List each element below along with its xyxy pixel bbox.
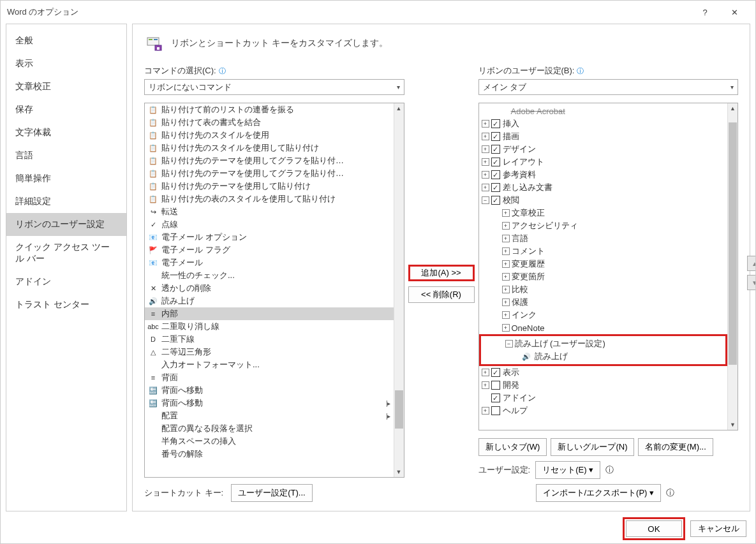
- tree-item[interactable]: +OneNote: [479, 321, 728, 334]
- checkbox[interactable]: ✓: [491, 393, 500, 402]
- scroll-down-button[interactable]: ▼: [394, 467, 404, 477]
- command-item[interactable]: 📧電子メール オプション: [145, 231, 394, 244]
- expand-toggle[interactable]: +: [482, 145, 489, 153]
- scroll-up-button[interactable]: ▲: [728, 103, 737, 114]
- expand-toggle[interactable]: +: [482, 381, 489, 389]
- tree-item[interactable]: −✓校閲: [479, 194, 728, 207]
- tree-item[interactable]: +アクセシビリティ: [479, 219, 728, 232]
- reset-button[interactable]: リセット(E) ▾: [535, 461, 600, 479]
- checkbox[interactable]: ✓: [491, 183, 500, 192]
- command-item[interactable]: 📋貼り付け先のスタイルを使用して貼り付け: [145, 142, 394, 154]
- command-item[interactable]: ≡内部: [145, 307, 394, 320]
- command-item[interactable]: 🔙背面へ移動: [145, 384, 394, 397]
- scroll-thumb[interactable]: [729, 122, 737, 365]
- scroll-up-button[interactable]: ▲: [394, 103, 404, 114]
- info-icon[interactable]: ⓘ: [577, 66, 584, 76]
- sidebar-item[interactable]: クイック アクセス ツール バー: [6, 236, 126, 270]
- tree-item[interactable]: +✓デザイン: [479, 143, 728, 156]
- checkbox[interactable]: [491, 406, 500, 415]
- sidebar-item[interactable]: 表示: [6, 52, 126, 75]
- add-button[interactable]: 追加(A) >>: [408, 265, 475, 281]
- customize-shortcuts-button[interactable]: ユーザー設定(T)...: [231, 484, 312, 502]
- tree-item[interactable]: +✓参考資料: [479, 168, 728, 181]
- tree-item[interactable]: +比較: [479, 283, 728, 296]
- command-item[interactable]: 📋貼り付け先の表のスタイルを使用して貼り付け: [145, 193, 394, 205]
- expand-toggle[interactable]: +: [502, 286, 510, 293]
- command-item[interactable]: 統一性のチェック...: [145, 269, 394, 282]
- move-down-button[interactable]: ▼: [747, 275, 756, 290]
- checkbox[interactable]: ✓: [491, 368, 500, 377]
- new-tab-button[interactable]: 新しいタブ(W): [478, 438, 547, 456]
- sidebar-item[interactable]: 詳細設定: [6, 190, 126, 213]
- tree-item[interactable]: +文章校正: [479, 207, 728, 219]
- tree-item[interactable]: +変更箇所: [479, 270, 728, 283]
- command-source-dropdown[interactable]: リボンにないコマンド: [144, 79, 404, 95]
- expand-toggle[interactable]: −: [482, 196, 489, 204]
- sidebar-item[interactable]: 保存: [6, 98, 126, 121]
- command-item[interactable]: 入力オートフォーマット...: [145, 358, 394, 371]
- sidebar-item[interactable]: 全般: [6, 29, 126, 52]
- command-item[interactable]: 番号の解除: [145, 448, 394, 460]
- tree-item[interactable]: +変更履歴: [479, 258, 728, 270]
- expand-toggle[interactable]: +: [482, 171, 489, 179]
- command-item[interactable]: abc二重取り消し線: [145, 320, 394, 333]
- command-item[interactable]: 配置の異なる段落を選択: [145, 422, 394, 435]
- expand-toggle[interactable]: +: [502, 324, 510, 332]
- command-item[interactable]: 📋貼り付けて表の書式を結合: [145, 116, 394, 129]
- rename-button[interactable]: 名前の変更(M)...: [638, 438, 713, 456]
- tree-item[interactable]: ✓アドイン: [479, 392, 728, 404]
- expand-toggle[interactable]: +: [482, 120, 489, 128]
- scroll-thumb[interactable]: [395, 390, 403, 429]
- info-icon[interactable]: ⓘ: [605, 464, 614, 476]
- tree-item[interactable]: +インク: [479, 309, 728, 321]
- command-item[interactable]: 📋貼り付けて前のリストの連番を振る: [145, 103, 394, 116]
- expand-toggle[interactable]: +: [502, 222, 510, 230]
- command-item[interactable]: 🔊読み上げ: [145, 295, 394, 307]
- expand-toggle[interactable]: +: [482, 369, 489, 376]
- commands-listbox[interactable]: 📋貼り付けて前のリストの連番を振る📋貼り付けて表の書式を結合📋貼り付け先のスタイ…: [144, 103, 404, 478]
- expand-toggle[interactable]: +: [502, 209, 510, 217]
- command-item[interactable]: 半角スペースの挿入: [145, 435, 394, 448]
- tree-item[interactable]: +✓描画: [479, 130, 728, 143]
- expand-toggle[interactable]: +: [482, 133, 489, 140]
- import-export-button[interactable]: インポート/エクスポート(P) ▾: [536, 484, 662, 502]
- expand-toggle[interactable]: +: [502, 298, 510, 306]
- close-button[interactable]: ✕: [720, 3, 749, 22]
- checkbox[interactable]: [491, 381, 500, 390]
- checkbox[interactable]: ✓: [491, 196, 500, 205]
- command-item[interactable]: 🚩電子メール フラグ: [145, 244, 394, 256]
- checkbox[interactable]: ✓: [491, 132, 500, 141]
- command-item[interactable]: 📋貼り付け先のテーマを使用してグラフを貼り付…: [145, 167, 394, 180]
- expand-toggle[interactable]: +: [482, 407, 489, 415]
- expand-toggle[interactable]: +: [502, 235, 510, 242]
- cancel-button[interactable]: キャンセル: [690, 520, 746, 537]
- expand-toggle[interactable]: +: [502, 311, 510, 319]
- command-item[interactable]: 📋貼り付け先のスタイルを使用: [145, 129, 394, 142]
- scroll-down-button[interactable]: ▼: [728, 420, 737, 430]
- command-item[interactable]: D二重下線: [145, 333, 394, 346]
- ribbon-tabs-dropdown[interactable]: メイン タブ: [478, 79, 739, 95]
- command-item[interactable]: ≡背面: [145, 371, 394, 384]
- move-up-button[interactable]: ▲: [747, 256, 756, 271]
- sidebar-item[interactable]: リボンのユーザー設定: [6, 213, 126, 236]
- tree-group[interactable]: −読み上げ (ユーザー設定): [482, 337, 725, 350]
- checkbox[interactable]: ✓: [491, 158, 500, 166]
- expand-toggle[interactable]: +: [502, 247, 510, 255]
- new-group-button[interactable]: 新しいグループ(N): [551, 438, 634, 456]
- command-item[interactable]: 📧電子メール: [145, 256, 394, 269]
- tree-item[interactable]: +✓挿入: [479, 117, 728, 130]
- sidebar-item[interactable]: アドイン: [6, 270, 126, 293]
- sidebar-item[interactable]: 文章校正: [6, 75, 126, 98]
- expand-toggle[interactable]: +: [502, 260, 510, 268]
- command-item[interactable]: 📋貼り付け先のテーマを使用して貼り付け: [145, 180, 394, 193]
- info-icon[interactable]: ⓘ: [219, 66, 226, 76]
- sidebar-item[interactable]: 簡単操作: [6, 167, 126, 190]
- info-icon[interactable]: ⓘ: [666, 487, 674, 499]
- tree-item[interactable]: +コメント: [479, 245, 728, 258]
- expand-toggle[interactable]: +: [482, 158, 489, 166]
- sidebar-item[interactable]: 言語: [6, 144, 126, 167]
- tree-item[interactable]: +言語: [479, 232, 728, 245]
- command-item[interactable]: ↪転送: [145, 205, 394, 218]
- command-item[interactable]: ✕透かしの削除: [145, 282, 394, 295]
- checkbox[interactable]: ✓: [491, 170, 500, 179]
